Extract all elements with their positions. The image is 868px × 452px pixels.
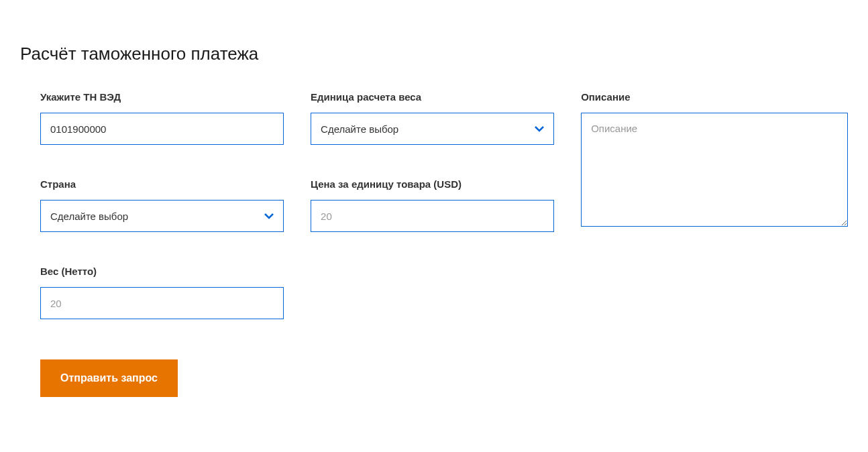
tn-ved-label: Укажите ТН ВЭД — [40, 91, 284, 103]
chevron-down-icon — [535, 124, 544, 133]
country-select[interactable]: Сделайте выбор — [40, 200, 284, 232]
column-1: Укажите ТН ВЭД Страна Сделайте выбор Вес… — [40, 91, 284, 397]
description-textarea[interactable] — [581, 113, 848, 227]
price-per-unit-field-group: Цена за единицу товара (USD) — [311, 178, 554, 232]
chevron-down-icon — [264, 211, 274, 221]
tn-ved-input[interactable] — [40, 113, 284, 145]
description-label: Описание — [581, 91, 848, 103]
submit-button[interactable]: Отправить запрос — [40, 359, 178, 397]
price-per-unit-input[interactable] — [311, 200, 554, 232]
weight-unit-field-group: Единица расчета веса Сделайте выбор — [311, 91, 554, 145]
weight-net-field-group: Вес (Нетто) — [40, 266, 284, 319]
column-3: Описание — [581, 91, 848, 397]
column-2: Единица расчета веса Сделайте выбор Цена… — [311, 91, 554, 397]
weight-unit-select-text: Сделайте выбор — [321, 123, 535, 135]
weight-unit-select[interactable]: Сделайте выбор — [311, 113, 554, 145]
country-field-group: Страна Сделайте выбор — [40, 178, 284, 232]
country-label: Страна — [40, 178, 284, 190]
price-per-unit-label: Цена за единицу товара (USD) — [311, 178, 554, 190]
country-select-text: Сделайте выбор — [50, 211, 264, 222]
form-container: Укажите ТН ВЭД Страна Сделайте выбор Вес… — [40, 91, 848, 397]
weight-net-label: Вес (Нетто) — [40, 266, 284, 277]
page-title: Расчёт таможенного платежа — [20, 44, 848, 64]
description-field-group: Описание — [581, 91, 848, 227]
tn-ved-field-group: Укажите ТН ВЭД — [40, 91, 284, 145]
weight-net-input[interactable] — [40, 287, 284, 319]
weight-unit-label: Единица расчета веса — [311, 91, 554, 103]
